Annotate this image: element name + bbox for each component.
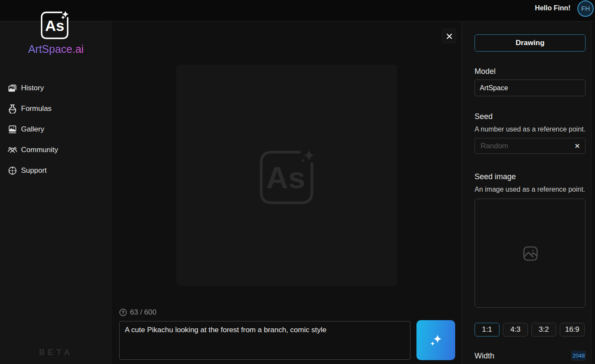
svg-text:As: As	[266, 161, 305, 195]
svg-text:As: As	[45, 17, 65, 34]
svg-text:?: ?	[122, 310, 125, 315]
